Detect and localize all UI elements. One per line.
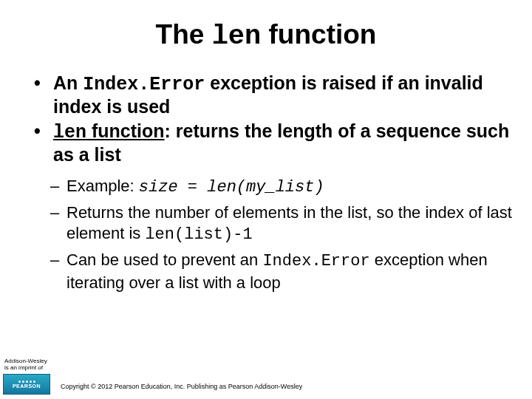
- sub-bullet-3: Can be used to prevent an Index.Error ex…: [53, 250, 514, 293]
- sub-bullet-1: Example: size = len(my_list): [53, 176, 514, 198]
- title-pre: The: [156, 19, 212, 50]
- bullet-1: An Index.Error exception is raised if an…: [38, 72, 514, 117]
- bullet-1-code: Index.Error: [83, 74, 205, 95]
- title-code: len: [212, 21, 262, 52]
- slide-title: The len function: [18, 19, 514, 52]
- main-bullet-list: An Index.Error exception is raised if an…: [18, 72, 514, 166]
- sub-1-text: Example:: [66, 177, 139, 195]
- copyright-text: Copyright © 2012 Pearson Education, Inc.…: [61, 383, 302, 390]
- sub-1-code: size = len(my_list): [139, 178, 324, 197]
- slide: The len function An Index.Error exceptio…: [0, 0, 532, 399]
- logo-dots-icon: [18, 381, 35, 383]
- sub-2-code: len(list)-1: [145, 225, 252, 244]
- bullet-2-text-a: function: [86, 120, 165, 141]
- bullet-1-text-a: An: [53, 72, 83, 93]
- slide-footer: Addison-Wesley is an imprint of PEARSON …: [0, 355, 532, 399]
- sub-bullet-list: Example: size = len(my_list) Returns the…: [18, 176, 514, 293]
- logo-text: PEARSON: [13, 383, 41, 389]
- sub-3-text-a: Can be used to prevent an: [66, 250, 262, 269]
- imprint-text: Addison-Wesley is an imprint of: [4, 358, 47, 371]
- bullet-2-code: len: [53, 122, 86, 143]
- bullet-2: len function: returns the length of a se…: [38, 120, 514, 166]
- pearson-logo: PEARSON: [3, 374, 50, 395]
- imprint-line-2: is an imprint of: [4, 365, 47, 371]
- sub-bullet-2: Returns the number of elements in the li…: [53, 202, 514, 245]
- sub-3-code: Index.Error: [262, 252, 369, 270]
- title-post: function: [261, 19, 376, 50]
- sub-2-text: Returns the number of elements in the li…: [66, 203, 512, 242]
